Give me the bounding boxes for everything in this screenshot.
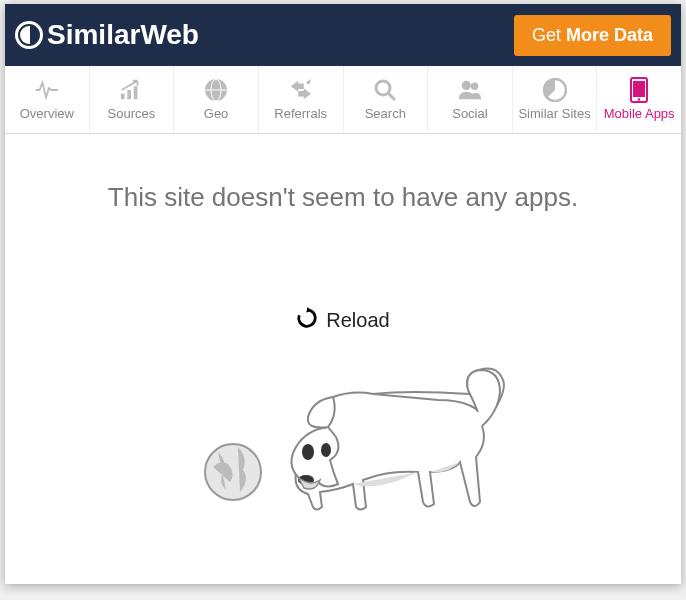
- arrows-icon: [289, 78, 313, 102]
- reload-button[interactable]: Reload: [296, 307, 389, 334]
- reload-icon: [296, 307, 318, 334]
- svg-rect-0: [121, 94, 125, 100]
- tab-strip: Overview Sources Geo: [5, 66, 681, 134]
- svg-point-8: [462, 81, 471, 90]
- svg-rect-1: [128, 90, 132, 99]
- cta-prefix: Get: [532, 25, 561, 45]
- tab-label: Similar Sites: [518, 106, 590, 121]
- svg-point-14: [205, 444, 261, 500]
- tab-mobile-apps[interactable]: Mobile Apps: [597, 66, 681, 133]
- tab-label: Mobile Apps: [604, 106, 675, 121]
- tab-referrals[interactable]: Referrals: [259, 66, 344, 133]
- tab-label: Sources: [108, 106, 156, 121]
- tab-label: Social: [452, 106, 487, 121]
- extension-panel: SimilarWeb Get More Data Overview Sour: [5, 4, 681, 584]
- brand-logo-icon: [15, 21, 43, 49]
- reload-label: Reload: [326, 309, 389, 332]
- mobile-icon: [627, 78, 651, 102]
- tab-search[interactable]: Search: [344, 66, 429, 133]
- tab-geo[interactable]: Geo: [174, 66, 259, 133]
- search-icon: [373, 78, 397, 102]
- tab-label: Search: [365, 106, 406, 121]
- bars-up-icon: [119, 78, 143, 102]
- brand-name: SimilarWeb: [47, 19, 199, 51]
- svg-line-7: [388, 93, 395, 100]
- tab-similar-sites[interactable]: Similar Sites: [513, 66, 598, 133]
- cta-bold: More Data: [566, 25, 653, 45]
- brand-logo[interactable]: SimilarWeb: [15, 19, 199, 51]
- tab-content: This site doesn't seem to have any apps.…: [5, 134, 681, 584]
- tab-label: Geo: [204, 106, 229, 121]
- svg-point-16: [321, 443, 331, 457]
- globe-icon: [204, 78, 228, 102]
- svg-point-9: [471, 83, 478, 90]
- dog-globe-illustration: [178, 352, 508, 522]
- svg-rect-12: [633, 81, 645, 97]
- tab-label: Overview: [20, 106, 74, 121]
- get-more-data-button[interactable]: Get More Data: [514, 15, 671, 56]
- tab-social[interactable]: Social: [428, 66, 513, 133]
- header-bar: SimilarWeb Get More Data: [5, 4, 681, 66]
- svg-point-6: [376, 81, 390, 95]
- svg-point-15: [302, 444, 314, 460]
- tab-sources[interactable]: Sources: [90, 66, 175, 133]
- svg-point-13: [638, 98, 641, 101]
- tab-overview[interactable]: Overview: [5, 66, 90, 133]
- tab-label: Referrals: [274, 106, 327, 121]
- svg-rect-2: [134, 86, 138, 99]
- people-icon: [458, 78, 482, 102]
- empty-state-message: This site doesn't seem to have any apps.: [108, 182, 578, 213]
- pulse-icon: [35, 78, 59, 102]
- sw-icon: [543, 78, 567, 102]
